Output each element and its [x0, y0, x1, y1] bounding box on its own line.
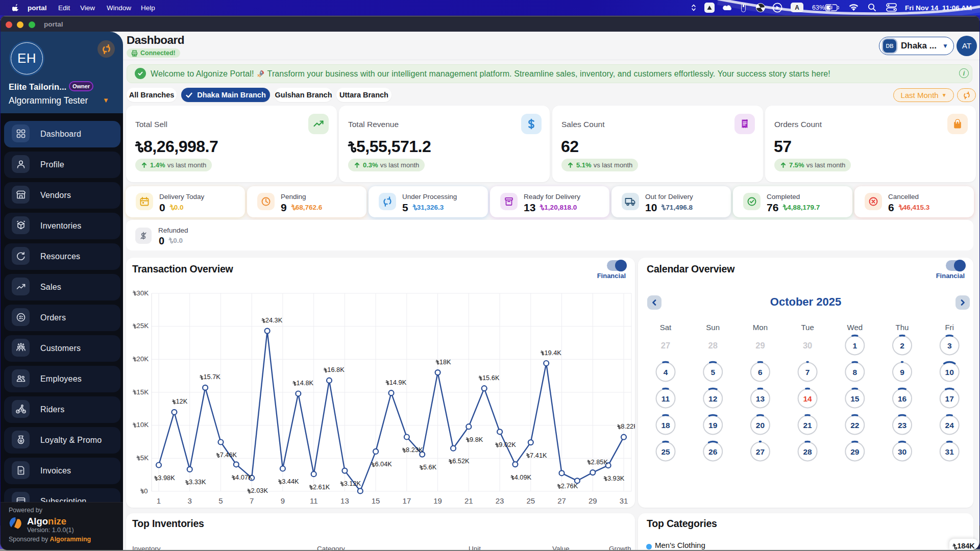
svg-text:5: 5 — [710, 368, 715, 377]
svg-text:18K: 18K — [439, 358, 451, 366]
svg-text:3.98K: 3.98K — [158, 474, 175, 482]
svg-text:8: 8 — [852, 368, 857, 377]
svg-text:25: 25 — [661, 447, 670, 456]
svg-text:31: 31 — [620, 496, 628, 505]
svg-text:8.23K: 8.23K — [406, 446, 423, 454]
svg-text:9: 9 — [900, 368, 904, 377]
svg-text:10K: 10K — [136, 421, 149, 429]
svg-text:7: 7 — [250, 496, 254, 505]
svg-text:1: 1 — [157, 496, 161, 505]
svg-text:11: 11 — [662, 394, 670, 403]
svg-text:4.09K: 4.09K — [514, 473, 532, 481]
svg-text:9: 9 — [281, 496, 285, 505]
svg-text:21: 21 — [464, 496, 473, 505]
svg-text:15.6K: 15.6K — [482, 374, 500, 382]
svg-text:21: 21 — [803, 421, 812, 430]
svg-text:30: 30 — [898, 447, 906, 456]
svg-text:2.61K: 2.61K — [313, 483, 330, 491]
svg-text:3.12K: 3.12K — [344, 480, 361, 487]
svg-text:3.93K: 3.93K — [607, 474, 625, 482]
svg-text:14.9K: 14.9K — [389, 379, 407, 386]
svg-text:15: 15 — [850, 394, 860, 403]
svg-text:6.52K: 6.52K — [452, 457, 470, 465]
svg-text:6: 6 — [758, 368, 763, 377]
svg-text:18: 18 — [661, 421, 670, 430]
svg-text:1: 1 — [852, 341, 857, 350]
svg-text:17: 17 — [945, 394, 954, 403]
svg-text:3.44K: 3.44K — [282, 478, 299, 485]
svg-text:17: 17 — [403, 496, 411, 505]
svg-text:29: 29 — [589, 496, 597, 505]
svg-text:5: 5 — [218, 496, 223, 505]
svg-text:27: 27 — [661, 341, 670, 350]
svg-text:23: 23 — [496, 496, 504, 505]
svg-text:29: 29 — [755, 341, 765, 350]
svg-text:25K: 25K — [136, 322, 149, 330]
svg-text:25: 25 — [526, 496, 535, 505]
svg-text:2: 2 — [900, 341, 904, 350]
svg-text:9.02K: 9.02K — [499, 441, 516, 448]
svg-text:5K: 5K — [140, 454, 149, 462]
svg-text:3: 3 — [188, 496, 192, 505]
svg-text:24.3K: 24.3K — [265, 316, 283, 324]
svg-text:12K: 12K — [176, 397, 188, 405]
svg-text:15: 15 — [372, 496, 380, 505]
svg-text:8.22K: 8.22K — [621, 422, 635, 430]
svg-text:13: 13 — [340, 496, 349, 505]
svg-text:28: 28 — [708, 341, 718, 350]
svg-text:29: 29 — [850, 447, 860, 456]
svg-text:5.6K: 5.6K — [423, 463, 437, 471]
svg-text:4: 4 — [664, 368, 668, 377]
svg-text:0: 0 — [144, 487, 148, 495]
svg-text:6.04K: 6.04K — [375, 460, 392, 468]
svg-text:3.33K: 3.33K — [189, 478, 206, 486]
svg-text:31: 31 — [945, 447, 954, 456]
svg-text:15K: 15K — [136, 388, 149, 396]
svg-text:7: 7 — [805, 368, 810, 377]
svg-text:7.41K: 7.41K — [530, 452, 547, 459]
svg-text:19.4K: 19.4K — [544, 349, 561, 357]
svg-text:22: 22 — [850, 421, 859, 430]
svg-text:7.46K: 7.46K — [220, 451, 237, 459]
svg-text:28: 28 — [803, 447, 812, 456]
svg-text:15.7K: 15.7K — [203, 373, 220, 381]
svg-text:2.03K: 2.03K — [251, 487, 268, 494]
svg-text:16: 16 — [898, 394, 907, 403]
svg-text:2.76K: 2.76K — [561, 482, 578, 490]
svg-text:11: 11 — [310, 496, 318, 505]
svg-text:26: 26 — [708, 447, 718, 456]
svg-text:13: 13 — [756, 394, 765, 403]
svg-text:10: 10 — [945, 368, 954, 377]
svg-text:27: 27 — [756, 447, 765, 456]
svg-text:20K: 20K — [136, 355, 149, 363]
svg-text:30K: 30K — [136, 289, 149, 297]
svg-text:4.07K: 4.07K — [235, 473, 253, 481]
svg-text:2.85K: 2.85K — [591, 458, 608, 466]
svg-text:19: 19 — [433, 496, 442, 505]
svg-text:14: 14 — [803, 394, 812, 403]
svg-text:12: 12 — [708, 394, 717, 403]
svg-text:23: 23 — [898, 421, 907, 430]
svg-text:20: 20 — [756, 421, 765, 430]
svg-text:3: 3 — [947, 341, 952, 350]
svg-text:24: 24 — [945, 421, 954, 430]
svg-text:14.8K: 14.8K — [297, 379, 314, 387]
svg-text:19: 19 — [708, 421, 718, 430]
svg-text:30: 30 — [803, 341, 812, 350]
svg-text:27: 27 — [557, 496, 566, 505]
svg-text:16.8K: 16.8K — [327, 366, 345, 373]
svg-text:9.8K: 9.8K — [470, 436, 483, 443]
